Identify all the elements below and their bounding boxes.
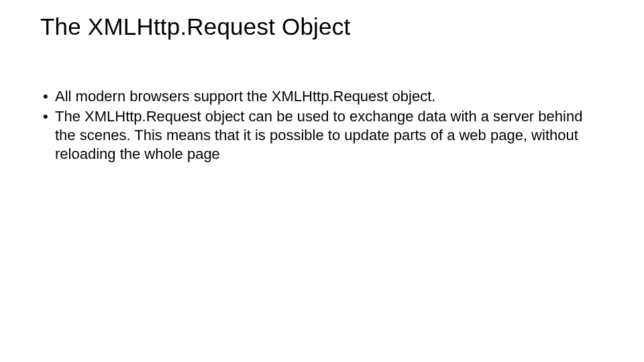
list-item: All modern browsers support the XMLHttp.… xyxy=(40,87,604,106)
slide-title: The XMLHttp.Request Object xyxy=(40,13,604,40)
bullet-list: All modern browsers support the XMLHttp.… xyxy=(40,87,604,164)
list-item: The XMLHttp.Request object can be used t… xyxy=(40,107,604,164)
